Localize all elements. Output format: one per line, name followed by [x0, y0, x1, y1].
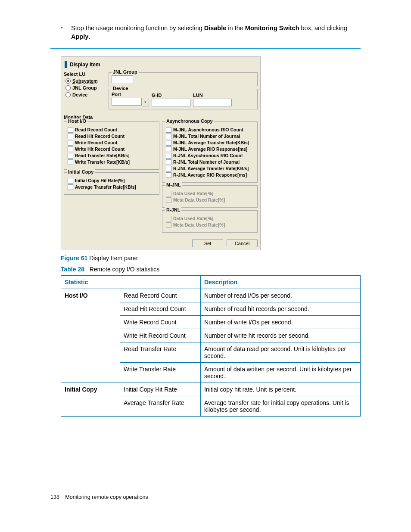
checkbox-label: R-JNL Average Transfer Rate[KB/s] [173, 166, 249, 171]
checkbox-initial-copy-hit-rate[interactable]: Initial Copy Hit Rate[%] [68, 178, 156, 184]
checkbox-write-hit-record-count[interactable]: Write Hit Record Count [68, 146, 156, 152]
checkbox-icon [166, 146, 171, 152]
checkbox-label: M-JNL Asynchronous RIO Count [173, 127, 243, 132]
stat-desc: Amount of data read per second. Unit is … [201, 342, 361, 362]
checkbox-icon [166, 153, 171, 159]
stat-name: Write Transfer Rate [120, 362, 201, 383]
rjnl-fieldset: R-JNL Data Used Rate[%] Meta Data Used R… [162, 210, 258, 233]
checkbox-label: M-JNL Total Number of Journal [173, 134, 240, 139]
statistics-table: Statistic Description Host I/O Read Reco… [61, 275, 361, 417]
checkbox-average-transfer-rate[interactable]: Average Transfer Rate[KB/s] [68, 184, 156, 190]
checkbox-icon [166, 172, 171, 178]
stat-name: Read Record Count [120, 289, 201, 302]
checkbox-rjnl-avg-rio-response[interactable]: R-JNL Average RIO Response[ms] [166, 172, 254, 178]
radio-jnl-group[interactable]: JNL Group [65, 85, 106, 90]
apply-label: Apply [71, 33, 88, 40]
checkbox-rjnl-async-rio-count[interactable]: R-JNL Asynchronous RIO Count [166, 153, 254, 159]
checkbox-label: Read Transfer Rate[KB/s] [75, 153, 130, 158]
port-combo[interactable]: ▾ [112, 98, 149, 106]
monitor-data-title: Monitor Data [64, 115, 258, 120]
table-text: Remote copy I/O statistics [90, 266, 160, 273]
table-caption: Table 28 Remote copy I/O statistics [61, 266, 361, 273]
gid-label: G-ID [152, 93, 190, 98]
page-title: Monitoring remote copy operations [65, 494, 148, 500]
checkbox-mjnl-meta-data-used-rate: Meta Data Used Rate[%] [166, 197, 254, 203]
lun-label: LUN [193, 93, 232, 98]
checkbox-label: R-JNL Total Number of Journal [173, 159, 240, 165]
checkbox-icon [68, 159, 73, 165]
select-lu-group: Select LU Subsystem JNL Group Device [64, 72, 106, 112]
checkbox-write-transfer-rate[interactable]: Write Transfer Rate[KB/s] [68, 159, 156, 165]
stat-desc: Average transfer rate for initial copy o… [201, 396, 361, 416]
checkbox-icon [166, 191, 171, 196]
checkbox-label: Write Hit Record Count [75, 146, 125, 152]
text: Stop the usage monitoring function by se… [71, 25, 204, 31]
table-number: Table 28 [61, 266, 84, 273]
checkbox-rjnl-avg-transfer-rate[interactable]: R-JNL Average Transfer Rate[KB/s] [166, 166, 254, 171]
cancel-button[interactable]: Cancel [227, 240, 258, 247]
header-indicator [65, 61, 67, 68]
async-copy-fieldset: Asynchronous Copy M-JNL Asynchronous RIO… [162, 121, 258, 183]
text: box, and clicking [299, 25, 347, 31]
figure-number: Figure 61 [61, 255, 87, 261]
stat-name: Initial Copy Hit Rate [120, 383, 201, 396]
checkbox-label: Meta Data Used Rate[%] [173, 197, 225, 202]
set-button[interactable]: Set [192, 240, 223, 247]
bullet-text: Stop the usage monitoring function by se… [71, 24, 361, 41]
page-footer: 138 Monitoring remote copy operations [50, 494, 361, 500]
gid-input[interactable] [152, 99, 190, 106]
checkbox-icon [68, 146, 73, 152]
figure-text: Display Item pane [89, 255, 137, 261]
checkbox-label: Meta Data Used Rate[%] [173, 222, 225, 227]
stat-name: Read Transfer Rate [120, 342, 201, 362]
jnl-group-input[interactable] [112, 75, 133, 83]
checkbox-icon [68, 127, 73, 133]
stat-desc: Number of write I/Os per second. [201, 315, 361, 329]
checkbox-icon [166, 159, 171, 165]
page-number: 138 [50, 494, 59, 500]
fieldset-legend: R-JNL [165, 207, 181, 212]
checkbox-rjnl-total-journal[interactable]: R-JNL Total Number of Journal [166, 159, 254, 165]
figure-caption: Figure 61 Display Item pane [61, 255, 361, 261]
checkbox-mjnl-total-journal[interactable]: M-JNL Total Number of Journal [166, 134, 254, 139]
checkbox-mjnl-async-rio-count[interactable]: M-JNL Asynchronous RIO Count [166, 127, 254, 133]
radio-label: Subsystem [72, 78, 98, 84]
checkbox-icon [166, 134, 171, 139]
checkbox-label: Initial Copy Hit Rate[%] [75, 178, 125, 183]
lun-input[interactable] [193, 99, 232, 106]
text: . [88, 33, 90, 40]
stat-desc: Initial copy hit rate. Unit is percent. [201, 383, 361, 396]
port-label: Port [112, 92, 149, 97]
stat-desc: Number of read I/Os per second. [201, 289, 361, 302]
section-divider [50, 48, 361, 49]
checkbox-write-record-count[interactable]: Write Record Count [68, 140, 156, 146]
checkbox-mjnl-avg-rio-response[interactable]: M-JNL Average RIO Response[ms] [166, 146, 254, 152]
checkbox-label: M-JNL Average Transfer Rate[KB/s] [173, 140, 249, 145]
checkbox-read-record-count[interactable]: Read Record Count [68, 127, 156, 133]
initial-copy-fieldset: Initial Copy Initial Copy Hit Rate[%] Av… [64, 172, 159, 195]
disable-label: Disable [204, 25, 227, 31]
checkbox-icon [68, 178, 73, 184]
display-item-pane: Display Item Select LU Subsystem JNL Gro… [61, 56, 261, 250]
monitoring-switch-label: Monitoring Switch [245, 25, 299, 31]
group-initial-copy: Initial Copy [61, 383, 120, 416]
stat-desc: Number of read hit records per second. [201, 302, 361, 315]
fieldset-legend: M-JNL [165, 182, 182, 187]
checkbox-read-transfer-rate[interactable]: Read Transfer Rate[KB/s] [68, 153, 156, 159]
host-io-fieldset: Host I/O Read Record Count Read Hit Reco… [64, 121, 159, 170]
checkbox-label: Write Record Count [75, 140, 117, 145]
checkbox-rjnl-meta-data-used-rate: Meta Data Used Rate[%] [166, 222, 254, 228]
checkbox-label: Read Record Count [75, 127, 117, 132]
checkbox-icon [166, 216, 171, 221]
checkbox-mjnl-avg-transfer-rate[interactable]: M-JNL Average Transfer Rate[KB/s] [166, 140, 254, 146]
device-fieldset: Device Port ▾ G-ID [109, 89, 258, 109]
checkbox-label: Average Transfer Rate[KB/s] [75, 184, 136, 190]
table-row: Initial Copy Initial Copy Hit Rate Initi… [61, 383, 361, 396]
col-statistic: Statistic [61, 275, 201, 289]
checkbox-read-hit-record-count[interactable]: Read Hit Record Count [68, 134, 156, 139]
table-header-row: Statistic Description [61, 275, 361, 289]
checkbox-label: R-JNL Average RIO Response[ms] [173, 172, 247, 177]
radio-device[interactable]: Device [65, 92, 106, 97]
radio-subsystem[interactable]: Subsystem [65, 78, 106, 84]
bullet-dot: • [61, 24, 71, 41]
